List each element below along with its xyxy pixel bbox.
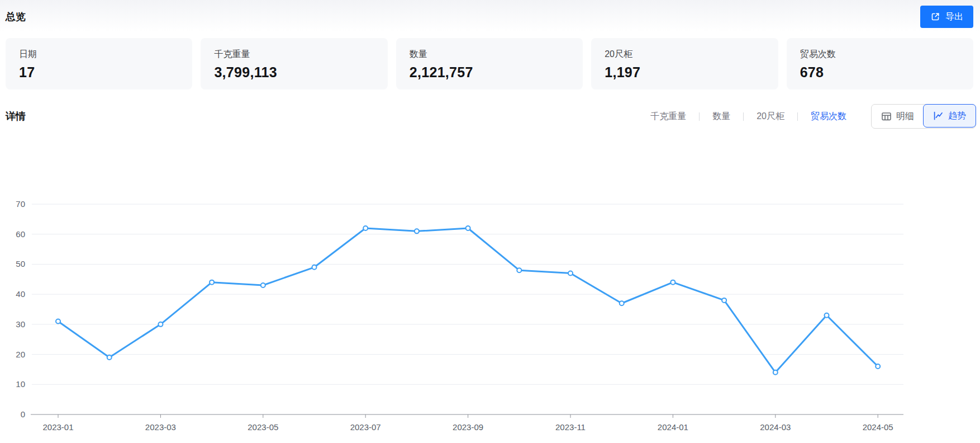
- data-point[interactable]: [568, 271, 573, 276]
- y-axis-tick-label: 30: [16, 319, 25, 329]
- data-point[interactable]: [722, 298, 726, 303]
- x-axis-tick-label: 2024-05: [863, 422, 893, 432]
- page-title: 总览: [6, 10, 26, 23]
- tab-trade-count[interactable]: 贸易次数: [808, 111, 849, 122]
- trend-view-button[interactable]: 趋势: [923, 104, 976, 128]
- data-point[interactable]: [261, 283, 265, 288]
- export-button[interactable]: 导出: [920, 6, 973, 28]
- export-icon: [930, 12, 940, 22]
- data-point[interactable]: [517, 268, 521, 272]
- data-point[interactable]: [312, 265, 317, 270]
- view-toggle: 明细 趋势: [871, 104, 976, 129]
- x-axis-tick-label: 2024-01: [658, 422, 688, 432]
- stat-card-trade-count: 贸易次数 678: [787, 38, 973, 89]
- tab-20ft-container[interactable]: 20尺柜: [754, 111, 787, 122]
- y-axis-tick-label: 50: [16, 259, 25, 268]
- data-point[interactable]: [825, 313, 829, 318]
- stat-value: 2,121,757: [410, 64, 569, 81]
- tab-divider: [699, 112, 700, 121]
- tab-divider: [797, 112, 798, 121]
- y-axis-tick-label: 70: [16, 199, 25, 209]
- x-axis-tick-label: 2023-11: [555, 422, 586, 432]
- x-axis-tick-label: 2023-09: [453, 422, 483, 432]
- y-axis-tick-label: 40: [16, 289, 25, 299]
- stat-card-quantity: 数量 2,121,757: [396, 38, 583, 89]
- stat-card-20ft-container: 20尺柜 1,197: [591, 38, 778, 89]
- data-point[interactable]: [670, 280, 675, 285]
- stat-value: 17: [19, 64, 179, 81]
- y-axis-tick-label: 20: [16, 350, 25, 359]
- trend-line-chart[interactable]: 0102030405060702023-012023-032023-052023…: [0, 168, 980, 443]
- x-axis-tick-label: 2023-01: [42, 422, 73, 432]
- x-axis-tick-label: 2023-07: [350, 422, 381, 432]
- stat-value: 3,799,113: [214, 64, 374, 81]
- data-point[interactable]: [210, 280, 214, 285]
- trend-chart-container: 0102030405060702023-012023-032023-052023…: [0, 168, 980, 443]
- tab-kg-weight[interactable]: 千克重量: [648, 111, 688, 122]
- stat-card-kg-weight: 千克重量 3,799,113: [201, 38, 387, 89]
- tab-quantity[interactable]: 数量: [710, 111, 732, 122]
- metric-tabs: 千克重量 数量 20尺柜 贸易次数: [648, 111, 849, 122]
- data-point[interactable]: [363, 226, 368, 230]
- stat-label: 贸易次数: [800, 49, 960, 60]
- y-axis-tick-label: 0: [21, 409, 25, 419]
- table-icon: [881, 111, 892, 121]
- stat-value: 678: [800, 64, 960, 81]
- data-point[interactable]: [773, 370, 778, 375]
- data-point[interactable]: [56, 319, 60, 323]
- data-point[interactable]: [620, 301, 624, 305]
- header-gradient: [0, 0, 980, 31]
- x-axis-tick-label: 2024-03: [760, 422, 791, 432]
- data-point[interactable]: [158, 322, 163, 327]
- tab-divider: [743, 112, 744, 121]
- detail-view-label: 明细: [896, 111, 914, 122]
- stat-label: 日期: [19, 49, 179, 60]
- data-point[interactable]: [876, 364, 880, 369]
- details-header: 详情 千克重量 数量 20尺柜 贸易次数 明细: [6, 104, 976, 129]
- dashboard-page: 总览 导出 日期 17 千克重量 3,799,113 数量 2,121,757 …: [0, 0, 980, 443]
- data-point[interactable]: [466, 226, 470, 230]
- y-axis-tick-label: 60: [16, 229, 25, 239]
- trend-line: [58, 228, 878, 373]
- stat-label: 20尺柜: [605, 49, 764, 60]
- trend-view-label: 趋势: [948, 110, 966, 122]
- y-axis-tick-label: 10: [16, 379, 25, 389]
- stats-row: 日期 17 千克重量 3,799,113 数量 2,121,757 20尺柜 1…: [6, 38, 973, 89]
- stat-card-date: 日期 17: [6, 38, 192, 89]
- section-title: 详情: [6, 110, 26, 123]
- stat-value: 1,197: [605, 64, 764, 81]
- x-axis-tick-label: 2023-05: [248, 422, 278, 432]
- x-axis-tick-label: 2023-03: [145, 422, 176, 432]
- stat-label: 千克重量: [214, 49, 374, 60]
- stat-label: 数量: [410, 49, 569, 60]
- data-point[interactable]: [107, 355, 112, 360]
- export-button-label: 导出: [945, 11, 963, 23]
- detail-view-button[interactable]: 明细: [872, 105, 924, 128]
- data-point[interactable]: [415, 229, 419, 233]
- trend-icon: [933, 111, 944, 121]
